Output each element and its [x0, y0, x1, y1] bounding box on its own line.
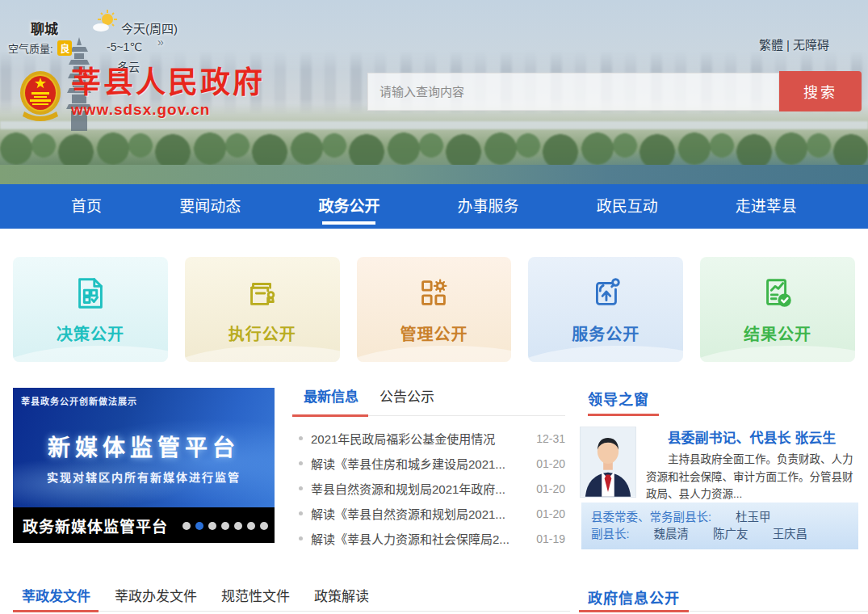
news-item[interactable]: 2021年民政局福彩公基金使用情况 12-31	[292, 426, 565, 451]
bullet-icon	[299, 486, 303, 490]
traditional-chinese-link[interactable]: 繁體	[759, 38, 783, 52]
bullet-icon	[299, 511, 303, 515]
weather-temperature: -5~1℃	[107, 40, 142, 53]
card-execution-open[interactable]: 执行公开	[185, 257, 340, 362]
carousel-dot-4[interactable]	[221, 522, 229, 530]
carousel-caption[interactable]: 政务新媒体监管平台	[23, 515, 168, 536]
nav-item-interaction[interactable]: 政民互动	[592, 184, 663, 229]
news-item-title: 解读《莘县人力资源和社会保障局2...	[311, 530, 530, 547]
search-input[interactable]	[367, 73, 779, 111]
sun-cloud-icon	[90, 10, 121, 34]
card-decision-open[interactable]: 决策公开	[13, 257, 168, 362]
service-upload-icon	[587, 270, 624, 317]
site-logo[interactable]: 莘县人民政府 www.sdsx.gov.cn	[19, 68, 265, 123]
tab-announcements[interactable]: 公告公示	[379, 388, 434, 415]
leader-name-link[interactable]: 杜玉甲	[736, 511, 771, 524]
tab-normative-docs[interactable]: 规范性文件	[221, 578, 290, 611]
tab-label: 莘政发文件	[22, 585, 90, 605]
news-item-date: 01-20	[536, 482, 565, 495]
tab-latest-info[interactable]: 最新信息	[304, 388, 359, 415]
heading-underline	[588, 414, 659, 416]
leader-name-link[interactable]: 王庆昌	[773, 528, 808, 540]
leaders-heading[interactable]: 领导之窗	[588, 388, 649, 409]
carousel-dot-2[interactable]	[195, 522, 203, 530]
card-service-open[interactable]: 服务公开	[528, 257, 683, 362]
carousel-dot-7[interactable]	[260, 522, 268, 530]
card-label: 服务公开	[572, 322, 639, 345]
weather-city: 聊城	[31, 18, 58, 38]
news-item-date: 01-19	[536, 532, 565, 545]
card-label: 决策公开	[57, 322, 124, 345]
slide-headline: 新媒体监管平台	[13, 430, 275, 462]
nav-item-home[interactable]: 首页	[66, 184, 107, 229]
tab-xianzheng-fa[interactable]: 莘政发文件	[22, 578, 90, 611]
weather-day: 今天(周四)	[121, 19, 178, 36]
card-label: 管理公开	[400, 322, 468, 345]
nav-item-label: 政务公开	[318, 198, 379, 215]
tab-policy-interpretation[interactable]: 政策解读	[314, 578, 369, 611]
news-item[interactable]: 解读《莘县自然资源和规划局2021... 01-20	[292, 501, 565, 526]
news-panel: 最新信息 公告公示 2021年民政局福彩公基金使用情况 12-31 解读《莘县住…	[292, 388, 565, 561]
national-emblem-icon	[19, 68, 61, 123]
slide-subline: 实现对辖区内所有新媒体进行监管	[13, 469, 275, 485]
nav-item-gov-open[interactable]: 政务公开	[313, 184, 384, 229]
carousel-dots	[182, 522, 268, 530]
bullet-icon	[299, 436, 303, 440]
news-item-title: 2021年民政局福彩公基金使用情况	[311, 430, 530, 447]
heading-underline	[579, 610, 689, 612]
leader-title[interactable]: 县委副书记、代县长 张云生	[646, 427, 858, 447]
leader-photo[interactable]	[580, 427, 636, 498]
result-check-icon	[759, 270, 796, 317]
deputy-row-label: 县委常委、常务副县长:	[591, 511, 711, 524]
bullet-icon	[299, 461, 303, 465]
news-list: 2021年民政局福彩公基金使用情况 12-31 解读《莘县住房和城乡建设局202…	[292, 426, 565, 551]
carousel-dot-5[interactable]	[234, 522, 242, 530]
nav-item-services[interactable]: 办事服务	[453, 184, 524, 229]
carousel-dot-3[interactable]	[208, 522, 216, 530]
deputy-row-label: 副县长:	[591, 528, 630, 540]
logo-text: 莘县人民政府 www.sdsx.gov.cn	[71, 68, 265, 119]
tab-xianzheng-ban[interactable]: 莘政办发文件	[115, 578, 197, 611]
carousel-dot-6[interactable]	[247, 522, 255, 530]
carousel-dot-1[interactable]	[182, 522, 191, 530]
documents-panel: 莘政发文件 莘政办发文件 规范性文件 政策解读	[13, 578, 570, 612]
feature-carousel[interactable]: 莘县政务公开创新做法展示 新媒体监管平台 实现对辖区内所有新媒体进行监管 政务新…	[13, 388, 275, 543]
card-result-open[interactable]: 结果公开	[700, 257, 855, 362]
deputy-row: 副县长: 魏晨清 陈广友 王庆昌	[591, 526, 849, 543]
news-item[interactable]: 解读《莘县住房和城乡建设局2021... 01-20	[292, 451, 565, 476]
execution-stamp-icon	[244, 270, 281, 317]
card-management-open[interactable]: 管理公开	[357, 257, 512, 362]
river-photo	[0, 165, 868, 184]
leaders-heading-label: 领导之窗	[588, 392, 649, 408]
management-gear-icon	[415, 270, 452, 317]
header-banner: 聊城 空气质量: 良 今天(周四) » -5~1℃ 多云 繁	[0, 0, 868, 184]
carousel-slide: 莘县政务公开创新做法展示 新媒体监管平台 实现对辖区内所有新媒体进行监管	[13, 388, 275, 507]
search-button[interactable]: 搜索	[779, 71, 862, 111]
news-item-date: 01-20	[536, 507, 565, 520]
news-item-title: 解读《莘县自然资源和规划局2021...	[311, 505, 530, 522]
gov-info-heading[interactable]: 政府信息公开	[588, 587, 680, 608]
site-title: 莘县人民政府	[71, 68, 265, 99]
open-gov-cards: 决策公开 执行公开	[13, 257, 855, 362]
air-quality-label: 空气质量:	[8, 43, 53, 55]
document-tabs: 莘政发文件 莘政办发文件 规范性文件 政策解读	[13, 578, 570, 611]
main-nav: 首页 要闻动态 政务公开 办事服务 政民互动 走进莘县	[0, 184, 868, 229]
nav-item-news[interactable]: 要闻动态	[174, 184, 245, 229]
active-nav-underline	[322, 221, 375, 225]
card-label: 执行公开	[229, 322, 296, 345]
leader-name-link[interactable]: 陈广友	[713, 528, 748, 540]
accessibility-link[interactable]: 无障碍	[793, 38, 829, 52]
air-quality: 空气质量: 良	[8, 40, 72, 56]
search-bar: 搜索	[367, 71, 862, 111]
leader-name-link[interactable]: 魏晨清	[654, 528, 690, 540]
news-item[interactable]: 莘县自然资源和规划局2021年政府... 01-20	[292, 476, 565, 501]
news-item[interactable]: 解读《莘县人力资源和社会保障局2... 01-19	[292, 526, 565, 551]
weather-more-arrow[interactable]: »	[157, 36, 164, 48]
leader-profile: 县委副书记、代县长 张云生 主持县政府全面工作。负责财政、人力资源和社会保障、审…	[580, 427, 858, 503]
nav-item-about[interactable]: 走进莘县	[731, 184, 802, 229]
deputy-row: 县委常委、常务副县长: 杜玉甲	[591, 509, 849, 526]
leader-description: 主持县政府全面工作。负责财政、人力资源和社会保障、审计方面工作。分管县财政局、县…	[646, 451, 858, 503]
card-label: 结果公开	[744, 322, 811, 345]
site-url: www.sdsx.gov.cn	[71, 101, 265, 119]
slide-tag: 莘县政务公开创新做法展示	[21, 394, 137, 407]
